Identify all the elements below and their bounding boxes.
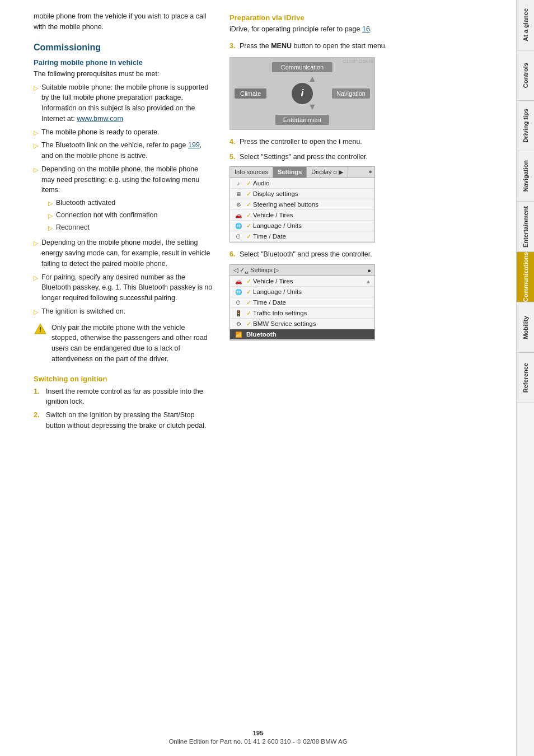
time-icon: ⏱ — [233, 232, 243, 240]
switching-heading: Switching on ignition — [34, 375, 213, 383]
bullet-text: Suitable mobile phone: the mobile phone … — [41, 82, 213, 124]
sidebar-tab-label: Navigation — [522, 160, 529, 192]
settings-header-2: ◁ ✓␣ Settings ▷ ● — [230, 265, 374, 276]
list-item: ▷ For pairing, specify any desired numbe… — [34, 272, 213, 304]
sidebar-tab-controls[interactable]: Controls — [517, 50, 534, 101]
step-3-number: 3. — [229, 42, 235, 50]
settings-row-bluetooth[interactable]: 📶 Bluetooth — [230, 329, 374, 340]
sidebar-tab-entertainment[interactable]: Entertainment — [517, 202, 534, 252]
row-label: Traffic Info settings — [253, 310, 307, 316]
prep-intro: iDrive, for operating principle refer to… — [229, 25, 499, 33]
sidebar-tab-label: At a glance — [522, 8, 529, 41]
settings-row-steering[interactable]: ⚙ ✓ Steering wheel buttons — [230, 199, 374, 210]
list-item: ▷ Suitable mobile phone: the mobile phon… — [34, 82, 213, 124]
sidebar-tab-mobility[interactable]: Mobility — [517, 302, 534, 353]
step-text: Switch on the ignition by pressing the S… — [46, 410, 213, 431]
communication-menu-screenshot: Communication Climate Navigation Enterta… — [229, 57, 375, 130]
settings-row-display[interactable]: 🖥 ✓ Display settings — [230, 189, 374, 199]
settings-row-traffic[interactable]: 🚦 ✓ Traffic Info settings — [230, 308, 374, 319]
bullet-text: The mobile phone is ready to operate. — [41, 127, 160, 138]
page-footer: 195 Online Edition for Part no. 01 41 2 … — [0, 730, 516, 745]
bullet-list: ▷ Suitable mobile phone: the mobile phon… — [34, 82, 213, 317]
svg-text:!: ! — [39, 326, 41, 334]
check-icon: ✓ — [246, 320, 251, 328]
row-label: Vehicle / Tires — [253, 278, 293, 284]
sidebar-tab-communications[interactable]: Communications — [517, 252, 534, 302]
comm-left-label: Climate — [235, 88, 266, 99]
settings-header: Info sources Settings Display o ▶ ● — [230, 167, 374, 178]
step-text: Insert the remote control as far as poss… — [46, 386, 213, 408]
bullet-arrow-icon: ▷ — [34, 128, 38, 138]
switching-section: Switching on ignition 1. Insert the remo… — [34, 375, 213, 431]
sidebar-tab-label: Mobility — [522, 316, 529, 339]
commissioning-heading: Commissioning — [34, 43, 213, 53]
bullet-text: The ignition is switched on. — [41, 306, 125, 317]
audio-icon: ♪ — [233, 179, 243, 187]
list-item: ▷ Reconnect — [48, 222, 213, 233]
comm-top-label: Communication — [272, 62, 332, 72]
step-5-text: Select "Settings" and press the controll… — [240, 153, 368, 161]
warning-icon: ! — [34, 323, 47, 336]
step-4-instruction: 4. Press the controller to open the i me… — [229, 137, 499, 147]
row-label: Language / Units — [253, 288, 302, 295]
tab-info-sources[interactable]: Info sources — [230, 167, 273, 178]
step-5-number: 5. — [229, 153, 235, 161]
settings-row-time2[interactable]: ⏱ ✓ Time / Date — [230, 297, 374, 308]
main-content: mobile phone from the vehicle if you wis… — [0, 0, 516, 756]
right-column: Preparation via iDrive iDrive, for opera… — [224, 11, 499, 739]
language-icon: 🌐 — [233, 222, 243, 230]
settings-row-time[interactable]: ⏱ ✓ Time / Date — [230, 231, 374, 242]
settings-row-bmw[interactable]: ⚙ ✓ BMW Service settings — [230, 319, 374, 329]
bullet-arrow-icon: ▷ — [34, 239, 38, 248]
sidebar-tab-at-a-glance[interactable]: At a glance — [517, 0, 534, 50]
row-label: Time / Date — [253, 233, 286, 240]
settings-row-audio[interactable]: ♪ ✓ Audio — [230, 178, 374, 189]
tab-settings[interactable]: Settings — [273, 167, 307, 178]
step-6-instruction: 6. Select "Bluetooth" and press the cont… — [229, 249, 499, 260]
sidebar-tab-label: Communications — [522, 252, 529, 302]
breadcrumb: ◁ ✓␣ Settings ▷ — [233, 267, 279, 274]
scroll-indicator: ▲ — [366, 278, 371, 284]
prep-heading: Preparation via iDrive — [229, 13, 499, 22]
settings-row-language[interactable]: 🌐 ✓ Language / Units — [230, 221, 374, 231]
step-4-text: Press the controller to open the i menu. — [240, 138, 362, 146]
settings-row-vehicle2[interactable]: 🚗 ✓ Vehicle / Tires ▲ — [230, 276, 374, 287]
list-item: ▷ The mobile phone is ready to operate. — [34, 127, 213, 138]
settings-menu-2: ◁ ✓␣ Settings ▷ ● 🚗 ✓ Vehicle / Tires ▲ … — [229, 264, 375, 340]
check-icon: ✓ — [246, 278, 251, 285]
step-3-instruction: 3. Press the MENU button to open the sta… — [229, 41, 499, 52]
row-label: Language / Units — [253, 222, 302, 229]
sub-bullet-list: ▷ Bluetooth activated ▷ Connection not w… — [48, 198, 213, 232]
step-number: 2. — [34, 410, 43, 421]
intro-text: mobile phone from the vehicle if you wis… — [34, 11, 213, 32]
bullet-text: The Bluetooth link on the vehicle, refer… — [41, 140, 213, 161]
check-icon: ✓ — [246, 201, 251, 208]
display-icon: 🖥 — [233, 190, 243, 198]
bullet-arrow-icon: ▷ — [34, 83, 38, 93]
list-item: ▷ Bluetooth activated — [48, 198, 213, 208]
warning-text: Only pair the mobile phone with the vehi… — [51, 323, 213, 365]
sidebar-tab-navigation[interactable]: Navigation — [517, 151, 534, 202]
bullet-arrow-icon: ▷ — [48, 223, 53, 233]
settings-row-vehicle[interactable]: 🚗 ✓ Vehicle / Tires — [230, 210, 374, 221]
sidebar-tab-driving-tips[interactable]: Driving tips — [517, 101, 534, 151]
check-icon: ✓ — [246, 310, 251, 317]
tab-display[interactable]: Display o ▶ — [307, 167, 348, 178]
check-icon: ✓ — [246, 212, 251, 219]
step-5-instruction: 5. Select "Settings" and press the contr… — [229, 152, 499, 162]
row-label: Bluetooth — [246, 331, 277, 338]
settings-row-language2[interactable]: 🌐 ✓ Language / Units — [230, 287, 374, 297]
list-item: ▷ Connection not with confirmation — [48, 210, 213, 221]
sub-bullet-text: Reconnect — [56, 222, 90, 233]
row-label: Audio — [253, 180, 269, 186]
row-label: BMW Service settings — [253, 320, 316, 327]
step-4-number: 4. — [229, 138, 235, 146]
check-icon: ✓ — [246, 299, 251, 306]
sidebar-tab-reference[interactable]: Reference — [517, 353, 534, 403]
down-arrow-icon: ▼ — [308, 102, 317, 112]
bullet-arrow-icon: ▷ — [48, 199, 53, 208]
sidebar-tab-label: Entertainment — [522, 206, 529, 248]
image-ref: C1E8F1D5A4B — [343, 59, 373, 64]
prereq-text: The following prerequisites must be met: — [34, 70, 213, 78]
comm-bottom-label: Entertainment — [275, 115, 329, 125]
